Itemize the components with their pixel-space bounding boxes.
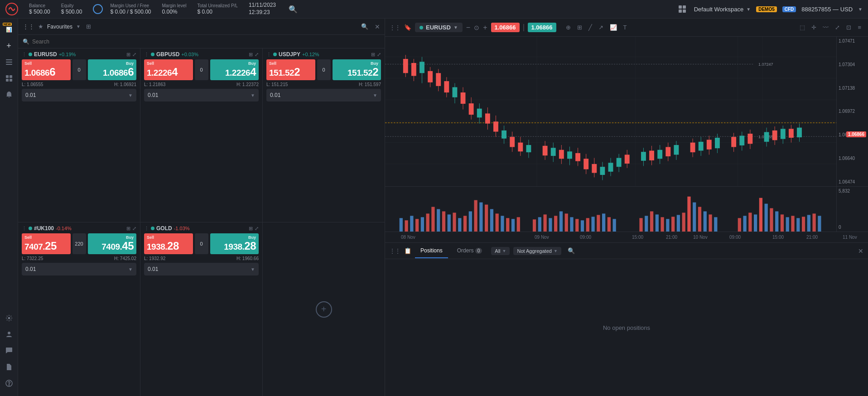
uk100-buy-block[interactable]: Buy 7409.45 xyxy=(88,233,137,254)
gold-buy-block[interactable]: Buy 1938.28 xyxy=(210,233,259,254)
sidebar-item-add[interactable]: + xyxy=(2,39,16,53)
watchlist-menu-icon[interactable]: ⋮⋮ xyxy=(23,23,34,30)
gbpusd-chart-icon[interactable]: ⊞ xyxy=(249,52,253,58)
svg-rect-169 xyxy=(698,207,701,232)
not-aggregated-filter[interactable]: Not Aggregated ▼ xyxy=(513,247,561,255)
eurusd-menu-icon[interactable]: ⋮ xyxy=(22,52,27,58)
usdjpy-buy-block[interactable]: Buy 151.522 xyxy=(333,59,381,80)
svg-rect-166 xyxy=(682,212,685,232)
svg-rect-129 xyxy=(453,212,456,232)
search-button[interactable]: 🔍 xyxy=(287,3,299,15)
svg-rect-161 xyxy=(656,214,659,232)
all-filter[interactable]: All ▼ xyxy=(491,247,510,255)
search-input[interactable] xyxy=(32,39,380,45)
usdjpy-qty[interactable]: 0.01 ▼ xyxy=(266,89,381,101)
time-label-1500-1: 15:00 xyxy=(632,235,643,240)
eurusd-sell-block[interactable]: Sell 1.06866 xyxy=(22,59,71,80)
gold-expand-icon[interactable]: ⤢ xyxy=(255,226,259,232)
uk100-qty[interactable]: 0.01 ▼ xyxy=(22,263,136,275)
gold-sell-block[interactable]: Sell 1938.28 xyxy=(144,233,193,254)
uk100-sell-block[interactable]: Sell 7407.25 xyxy=(22,233,71,254)
chart-main-area[interactable]: 1.07247 1.06555 xyxy=(385,37,868,186)
chart-trend-icon[interactable]: 〰 xyxy=(820,23,831,32)
sidebar-item-watchlist[interactable] xyxy=(2,55,16,69)
svg-rect-90 xyxy=(674,145,679,155)
watchlist-search-icon[interactable]: 🔍 xyxy=(361,23,368,30)
chart-select-icon[interactable]: ⬚ xyxy=(797,23,807,32)
svg-rect-56 xyxy=(518,143,523,152)
chart-tool-draw-arrow[interactable]: ↗ xyxy=(596,23,606,32)
eurusd-expand-icon[interactable]: ⤢ xyxy=(132,52,136,58)
chart-crosshair-icon[interactable]: ✛ xyxy=(809,23,819,32)
star-icon[interactable]: ★ xyxy=(38,23,43,30)
uk100-low: L: 7322.25 xyxy=(22,256,43,261)
watchlist-close-icon[interactable]: ✕ xyxy=(375,23,380,30)
sidebar-item-help[interactable] xyxy=(2,376,16,391)
trading-panel-search-icon[interactable]: 🔍 xyxy=(565,246,578,256)
eurusd-buy-block[interactable]: Buy 1.06866 xyxy=(88,59,137,80)
workspace-selector[interactable]: Default Workspace ▼ xyxy=(694,6,751,13)
chart-sell-button[interactable]: 1.06866 xyxy=(491,23,520,32)
trading-panel-icon[interactable]: 📋 xyxy=(404,247,411,254)
eurusd-chart-icon[interactable]: ⊞ xyxy=(126,52,130,58)
svg-rect-72 xyxy=(592,164,597,173)
chart-tool-crosshair[interactable]: ⊞ xyxy=(575,23,584,32)
orders-tab[interactable]: Orders 0 xyxy=(452,244,488,258)
usdjpy-sell-block[interactable]: Sell 151.522 xyxy=(266,59,315,80)
time-label-11nov: 11 Nov xyxy=(843,235,857,240)
svg-rect-119 xyxy=(400,218,403,232)
sidebar-item-new[interactable]: 📊 NEW xyxy=(2,22,16,37)
gbpusd-menu-icon[interactable]: ⋮ xyxy=(144,52,149,58)
sidebar-item-chat[interactable] xyxy=(2,343,16,358)
gbpusd-buy-block[interactable]: Buy 1.22264 xyxy=(210,59,259,80)
chart-tool-draw-line[interactable]: ╱ xyxy=(586,23,594,32)
grid-view-icon[interactable]: ⊞ xyxy=(86,23,91,30)
chart-tool-text[interactable]: T xyxy=(621,23,629,32)
all-filter-chevron: ▼ xyxy=(502,249,506,253)
eurusd-symbol: EURUSD xyxy=(34,51,57,58)
chart-zoom-reset-icon[interactable]: ⊙ xyxy=(474,24,479,31)
uk100-chart-icon[interactable]: ⊞ xyxy=(126,226,130,232)
gbpusd-price-row: Sell 1.22264 0 Buy 1.22264 xyxy=(144,59,259,80)
chart-panel-menu-icon[interactable]: ⋮⋮ xyxy=(390,24,400,31)
trading-panel-close-icon[interactable]: ✕ xyxy=(858,247,863,255)
chart-tool-indicators[interactable]: 📈 xyxy=(608,23,619,32)
positions-tab[interactable]: Positions xyxy=(415,244,448,258)
chart-symbol-selector[interactable]: EURUSD ▼ xyxy=(415,23,463,32)
usdjpy-expand-icon[interactable]: ⤢ xyxy=(377,52,381,58)
chart-zoom-in-icon[interactable]: + xyxy=(483,24,487,32)
gbpusd-expand-icon[interactable]: ⤢ xyxy=(255,52,259,58)
chart-compare-icon[interactable]: ⤢ xyxy=(833,23,842,32)
sidebar-item-alerts[interactable] xyxy=(2,87,16,102)
chart-zoom-out-icon[interactable]: − xyxy=(466,24,470,32)
usdjpy-menu-icon[interactable]: ⋮ xyxy=(266,52,271,58)
chart-buy-button[interactable]: 1.06866 xyxy=(528,23,556,32)
uk100-expand-icon[interactable]: ⤢ xyxy=(132,226,136,232)
favourites-tab[interactable]: Favourites xyxy=(47,24,72,30)
chart-fav-icon[interactable]: 🔖 xyxy=(404,24,411,31)
add-instrument-button[interactable]: + xyxy=(316,301,332,318)
gbpusd-sell-block[interactable]: Sell 1.22264 xyxy=(144,59,193,80)
eurusd-qty[interactable]: 0.01 ▼ xyxy=(22,89,136,101)
gold-menu-icon[interactable]: ⋮ xyxy=(144,226,149,232)
chart-tool-cursor[interactable]: ⊕ xyxy=(564,23,573,32)
gbpusd-qty[interactable]: 0.01 ▼ xyxy=(144,89,259,101)
orders-count-badge: 0 xyxy=(475,248,482,254)
sidebar-item-person[interactable] xyxy=(2,327,16,342)
trading-panel-menu-icon[interactable]: ⋮⋮ xyxy=(390,248,400,254)
logo[interactable] xyxy=(5,3,18,15)
sidebar-item-settings[interactable] xyxy=(2,311,16,325)
sidebar-item-grid[interactable] xyxy=(2,71,16,86)
layout-icon[interactable] xyxy=(676,3,689,15)
chart-list-icon[interactable]: ≡ xyxy=(855,23,863,32)
chart-objects-icon[interactable]: ⊡ xyxy=(844,23,854,32)
uk100-menu-icon[interactable]: ⋮ xyxy=(22,226,27,232)
svg-rect-159 xyxy=(645,216,648,232)
gold-qty[interactable]: 0.01 ▼ xyxy=(144,263,259,275)
svg-rect-127 xyxy=(442,211,445,232)
favourites-chevron-icon[interactable]: ▼ xyxy=(76,24,81,29)
sidebar-item-documents[interactable] xyxy=(2,360,16,374)
gold-chart-icon[interactable]: ⊞ xyxy=(249,226,253,232)
svg-rect-88 xyxy=(665,147,670,156)
usdjpy-chart-icon[interactable]: ⊞ xyxy=(371,52,375,58)
